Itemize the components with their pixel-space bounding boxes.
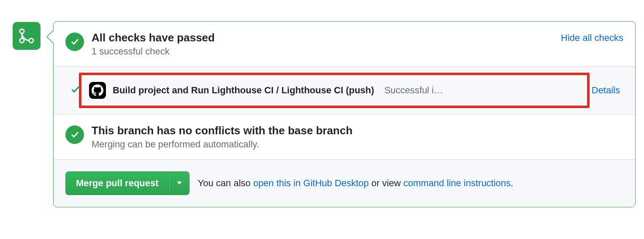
merge-pull-request-button[interactable]: Merge pull request: [65, 171, 169, 195]
caret-down-icon: [176, 181, 182, 185]
open-desktop-link[interactable]: open this in GitHub Desktop: [253, 178, 369, 188]
svg-point-0: [20, 29, 24, 33]
conflicts-section: This branch has no conflicts with the ba…: [54, 114, 635, 160]
check-status: Successful i…: [384, 85, 443, 96]
merge-button-group: Merge pull request: [65, 171, 189, 195]
svg-point-1: [20, 38, 24, 43]
hint-mid: or view: [369, 178, 403, 188]
hint-prefix: You can also: [198, 178, 253, 188]
hide-checks-link[interactable]: Hide all checks: [561, 33, 623, 43]
checks-subtitle: 1 successful check: [92, 46, 553, 57]
checks-summary-section: All checks have passed 1 successful chec…: [54, 22, 635, 67]
merge-status-panel: All checks have passed 1 successful chec…: [53, 21, 636, 207]
check-name: Build project and Run Lighthouse CI / Li…: [113, 85, 374, 96]
merge-hint-text: You can also open this in GitHub Desktop…: [198, 178, 514, 189]
panel-pointer: [41, 21, 53, 42]
check-circle-icon: [65, 33, 84, 51]
svg-point-2: [29, 38, 33, 43]
cli-instructions-link[interactable]: command line instructions: [403, 178, 511, 188]
hint-suffix: .: [511, 178, 513, 188]
checks-title: All checks have passed: [92, 31, 553, 45]
check-details-link[interactable]: Details: [592, 85, 620, 96]
conflicts-title: This branch has no conflicts with the ba…: [92, 124, 623, 138]
check-icon: [70, 84, 81, 97]
github-icon: [89, 82, 106, 99]
highlighted-check-item[interactable]: Build project and Run Lighthouse CI / Li…: [79, 73, 590, 108]
merge-actions-section: Merge pull request You can also open thi…: [54, 160, 635, 207]
git-merge-icon: [13, 22, 41, 50]
merge-status-panel-container: All checks have passed 1 successful chec…: [13, 21, 636, 207]
conflicts-subtitle: Merging can be performed automatically.: [92, 139, 623, 150]
merge-options-dropdown[interactable]: [169, 171, 189, 195]
check-circle-icon: [65, 125, 84, 144]
check-row: Build project and Run Lighthouse CI / Li…: [54, 67, 635, 114]
